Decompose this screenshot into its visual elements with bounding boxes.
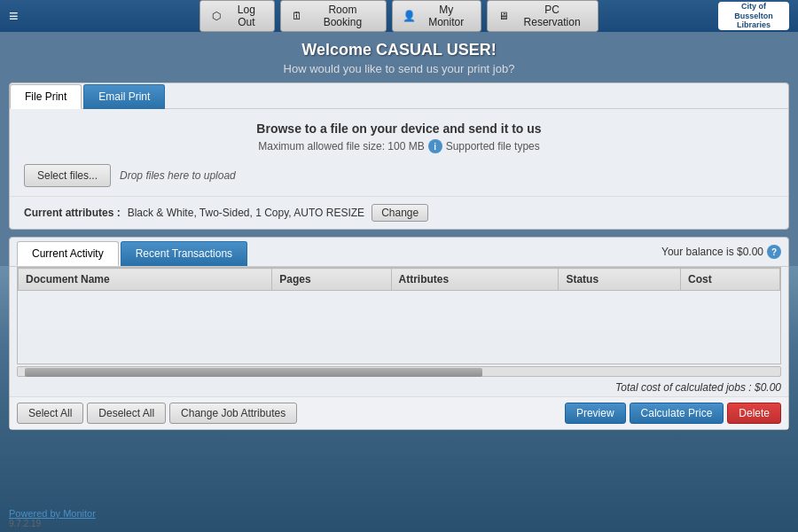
attributes-bar: Current attributes : Black & White, Two-… <box>10 196 788 229</box>
my-monitor-button[interactable]: 👤 My Monitor <box>392 0 481 32</box>
attributes-label: Current attributes : <box>24 207 121 219</box>
deselect-all-button[interactable]: Deselect All <box>87 403 166 424</box>
activity-panel: Current Activity Recent Transactions You… <box>9 237 789 430</box>
header-left: ≡ <box>9 7 27 26</box>
pc-reservation-button[interactable]: 🖥 PC Reservation <box>487 0 598 32</box>
activity-header: Current Activity Recent Transactions You… <box>10 238 788 267</box>
welcome-title: Welcome CASUAL USER! <box>9 41 789 59</box>
tab-email-print[interactable]: Email Print <box>83 84 165 109</box>
drop-zone: Drop files here to upload <box>120 164 236 182</box>
logo-text: City of BusseltonLibraries <box>724 2 784 30</box>
version-text: 9.7.2.19 <box>9 519 789 528</box>
room-booking-button[interactable]: 🗓 Room Booking <box>280 0 387 32</box>
powered-by-link[interactable]: Powered by Monitor <box>9 508 789 519</box>
room-booking-icon: 🗓 <box>290 9 304 23</box>
col-document-name: Document Name <box>19 269 272 291</box>
tab-recent-transactions[interactable]: Recent Transactions <box>121 241 247 266</box>
tab-current-activity[interactable]: Current Activity <box>17 241 119 266</box>
scrollbar-thumb <box>25 368 482 377</box>
col-pages: Pages <box>272 269 391 291</box>
change-attributes-button[interactable]: Change <box>372 204 428 222</box>
upload-tab-bar: File Print Email Print <box>10 83 788 109</box>
change-job-attributes-button[interactable]: Change Job Attributes <box>169 403 297 424</box>
library-logo: City of BusseltonLibraries <box>718 2 789 30</box>
header: ≡ ⬡ Log Out 🗓 Room Booking 👤 My Monitor … <box>0 0 798 32</box>
tab-file-print[interactable]: File Print <box>10 84 82 109</box>
attributes-value: Black & White, Two-Sided, 1 Copy, AUTO R… <box>128 207 364 219</box>
upload-controls: Select files... Drop files here to uploa… <box>24 164 774 187</box>
upload-subtitle: Maximum allowed file size: 100 MB i Supp… <box>24 139 774 153</box>
welcome-section: Welcome CASUAL USER! How would you like … <box>9 32 789 82</box>
col-cost: Cost <box>681 269 780 291</box>
bottom-bar: Select All Deselect All Change Job Attri… <box>10 396 788 429</box>
bottom-actions-right: Preview Calculate Price Delete <box>565 403 781 424</box>
logout-button[interactable]: ⬡ Log Out <box>200 0 275 32</box>
my-monitor-icon: 👤 <box>402 9 416 23</box>
info-icon[interactable]: i <box>428 139 442 153</box>
horizontal-scrollbar[interactable] <box>17 366 781 377</box>
upload-title: Browse to a file on your device and send… <box>24 121 774 136</box>
pc-reservation-icon: 🖥 <box>497 9 511 23</box>
col-status: Status <box>559 269 681 291</box>
table-header-row: Document Name Pages Attributes Status Co… <box>19 269 780 291</box>
upload-panel: File Print Email Print Browse to a file … <box>9 82 789 230</box>
total-cost-label: Total cost of calculated jobs : $0.00 <box>615 381 781 394</box>
total-cost-row: Total cost of calculated jobs : $0.00 <box>10 379 788 396</box>
preview-button[interactable]: Preview <box>565 403 626 424</box>
footer: Powered by Monitor 9.7.2.19 <box>0 505 798 532</box>
welcome-subtitle: How would you like to send us your print… <box>9 62 789 75</box>
col-attributes: Attributes <box>391 269 559 291</box>
select-all-button[interactable]: Select All <box>17 403 83 424</box>
balance-info: Your balance is $0.00 ? <box>661 241 781 262</box>
jobs-table: Document Name Pages Attributes Status Co… <box>18 268 780 291</box>
delete-button[interactable]: Delete <box>727 403 781 424</box>
hamburger-icon[interactable]: ≡ <box>9 7 19 26</box>
logout-icon: ⬡ <box>209 9 223 23</box>
balance-info-icon[interactable]: ? <box>767 245 781 259</box>
upload-section: Browse to a file on your device and send… <box>10 109 788 196</box>
header-nav: ⬡ Log Out 🗓 Room Booking 👤 My Monitor 🖥 … <box>200 0 598 32</box>
activity-tabs: Current Activity Recent Transactions <box>17 238 249 266</box>
main-content: Welcome CASUAL USER! How would you like … <box>0 32 798 430</box>
data-table-container: Document Name Pages Attributes Status Co… <box>17 267 781 364</box>
bottom-actions-left: Select All Deselect All Change Job Attri… <box>17 403 297 424</box>
select-files-button[interactable]: Select files... <box>24 164 111 187</box>
calculate-price-button[interactable]: Calculate Price <box>630 403 724 424</box>
